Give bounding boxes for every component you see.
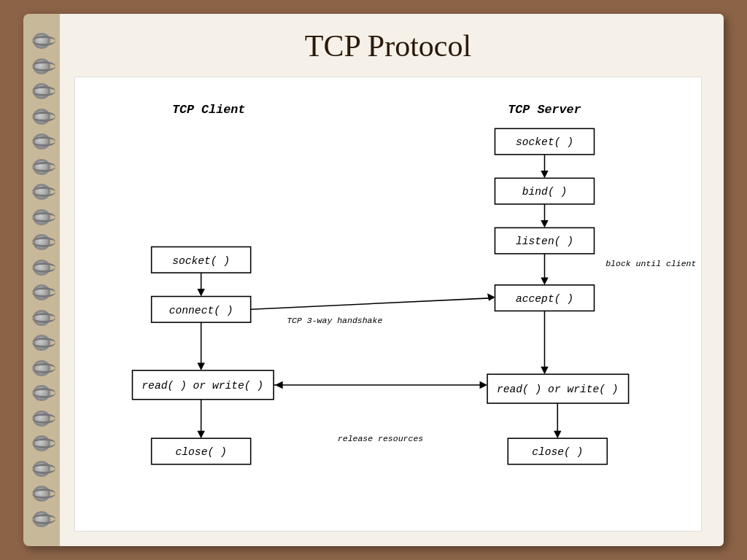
server-readwrite-label: read( ) or write( ) xyxy=(497,384,619,395)
spiral-coil xyxy=(33,461,50,477)
spiral-coil xyxy=(33,310,50,326)
spiral-coil xyxy=(33,335,50,351)
readwrite-left-arrowhead xyxy=(275,381,282,389)
spiral-coil xyxy=(33,511,50,527)
server-bind-label: bind( ) xyxy=(522,186,567,198)
spiral-binding xyxy=(23,14,60,546)
spiral-coil xyxy=(33,260,50,276)
client-connect-label: connect( ) xyxy=(169,305,233,316)
spiral-coil xyxy=(33,486,50,502)
client-socket-arrowhead xyxy=(197,289,204,296)
client-socket-label: socket( ) xyxy=(172,255,230,267)
page: TCP Protocol TCP Client TCP Server socke… xyxy=(60,14,724,546)
spiral-coil xyxy=(33,385,50,401)
client-connect-arrowhead xyxy=(197,363,204,370)
server-bind-arrowhead xyxy=(541,220,548,228)
server-accept-label: accept( ) xyxy=(516,293,573,305)
server-header: TCP Server xyxy=(508,103,581,117)
spiral-coil xyxy=(33,209,50,225)
spiral-coil xyxy=(33,411,50,427)
spiral-coil xyxy=(33,234,50,250)
spiral-coil xyxy=(33,58,50,74)
server-listen-label: listen( ) xyxy=(516,236,573,247)
spiral-coil xyxy=(33,435,50,451)
diagram-area: TCP Client TCP Server socket( ) bind( ) … xyxy=(74,77,702,532)
spiral-coil xyxy=(33,159,50,175)
server-socket-arrowhead xyxy=(541,171,548,178)
readwrite-right-arrowhead xyxy=(480,381,487,389)
tcp-diagram: TCP Client TCP Server socket( ) bind( ) … xyxy=(75,77,701,531)
handshake-annotation: TCP 3-way handshake xyxy=(287,316,382,325)
spiral-coil xyxy=(33,360,50,376)
spiral-coil xyxy=(33,109,50,125)
spiral-coil xyxy=(33,33,50,49)
client-readwrite-label: read( ) or write( ) xyxy=(142,380,263,392)
block-annotation: block until client connects xyxy=(605,259,701,268)
spiral-coil xyxy=(33,184,50,200)
page-title: TCP Protocol xyxy=(74,28,702,63)
spiral-coil xyxy=(33,284,50,300)
client-close-label: close( ) xyxy=(176,446,227,458)
connect-to-accept-arrowhead xyxy=(487,293,495,300)
client-header: TCP Client xyxy=(172,103,245,117)
server-accept-arrowhead xyxy=(541,367,548,374)
server-close-label: close( ) xyxy=(532,446,583,458)
release-annotation: release resources xyxy=(338,434,423,443)
spiral-coil xyxy=(33,133,50,149)
client-readwrite-arrowhead xyxy=(197,431,204,438)
server-listen-arrowhead xyxy=(541,277,548,284)
server-socket-label: socket( ) xyxy=(516,136,573,148)
notebook: TCP Protocol TCP Client TCP Server socke… xyxy=(23,14,724,546)
spiral-coil xyxy=(33,83,50,99)
server-readwrite-arrowhead xyxy=(554,431,561,438)
connect-to-accept-line xyxy=(251,298,494,310)
